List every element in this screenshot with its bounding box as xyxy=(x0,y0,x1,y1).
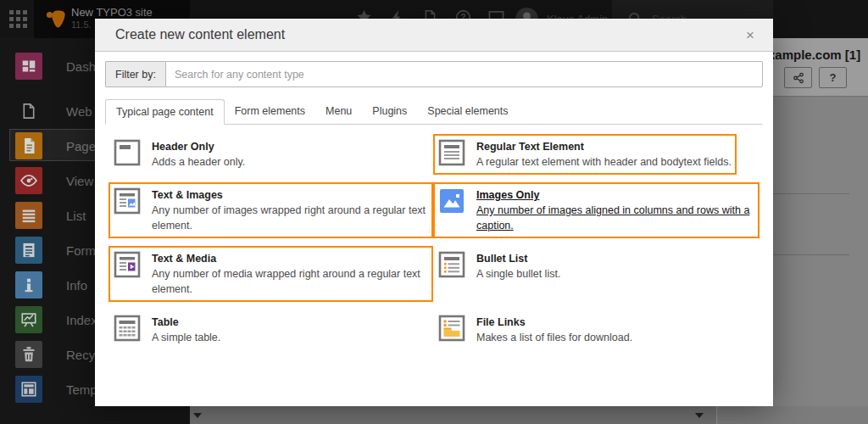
tab-menu[interactable]: Menu xyxy=(315,99,362,124)
content-item-title: Bullet List xyxy=(476,251,560,266)
chevron-down-icon xyxy=(193,413,202,418)
sidebar-item-label: View xyxy=(66,174,93,188)
modal-header: Create new content element × xyxy=(95,19,773,52)
header-only-icon xyxy=(114,139,141,166)
bullet-list-icon xyxy=(438,251,465,278)
content-divider xyxy=(773,254,849,255)
content-item-bullet-list[interactable]: Bullet List A single bullet list. xyxy=(433,246,760,287)
content-item-table[interactable]: Table A simple table. xyxy=(108,310,433,350)
text-images-icon xyxy=(114,187,141,215)
content-item-description: Any number of images wrapped right aroun… xyxy=(152,203,428,233)
content-type-search-input[interactable] xyxy=(165,61,763,87)
content-item-description: Any number of media wrapped right around… xyxy=(152,266,428,297)
sidebar-item-label: List xyxy=(66,209,86,223)
content-item-title: Header Only xyxy=(152,139,245,154)
site-name: New TYPO3 site xyxy=(71,6,153,19)
file-links-icon xyxy=(438,315,465,342)
recycler-icon xyxy=(15,341,42,368)
info-icon xyxy=(15,271,42,298)
content-item-text-images[interactable]: Text & Images Any number of images wrapp… xyxy=(108,182,433,238)
background-dropdown-right[interactable] xyxy=(717,406,868,424)
chevron-down-icon xyxy=(695,413,704,418)
content-item-title: Text & Media xyxy=(152,251,428,266)
content-item-title: File Links xyxy=(476,315,632,330)
template-icon xyxy=(15,376,42,403)
filter-label: Filter by: xyxy=(105,61,165,87)
list-module-icon xyxy=(15,202,42,229)
module-menu-toggle-icon[interactable] xyxy=(9,10,27,28)
dashboard-icon xyxy=(15,53,42,80)
indexing-icon xyxy=(15,306,42,333)
content-element-grid: Header Only Adds a header only. Regular … xyxy=(108,134,773,358)
images-only-icon xyxy=(438,187,465,215)
content-item-header-only[interactable]: Header Only Adds a header only. xyxy=(108,134,433,175)
content-item-title: Text & Images xyxy=(152,187,428,203)
filter-group: Filter by: xyxy=(105,61,763,87)
help-button[interactable]: ? xyxy=(819,67,847,88)
tab-plugins[interactable]: Plugins xyxy=(362,99,417,124)
content-item-title: Regular Text Element xyxy=(476,139,732,154)
create-content-element-modal: Create new content element × Filter by: … xyxy=(95,19,773,406)
content-divider xyxy=(773,193,849,194)
text-media-icon xyxy=(114,251,141,278)
bottom-select-bar xyxy=(190,406,868,424)
content-item-description: A single bullet list. xyxy=(476,266,560,282)
close-icon[interactable]: × xyxy=(743,26,758,44)
web-icon xyxy=(15,98,42,125)
modal-tabs: Typical page content Form elements Menu … xyxy=(105,99,763,125)
page-icon xyxy=(15,132,42,159)
content-item-description: Adds a header only. xyxy=(152,154,245,170)
sidebar-item-label: Page xyxy=(66,139,96,153)
content-item-images-only[interactable]: Images Only Any number of images aligned… xyxy=(433,182,760,238)
tab-special-elements[interactable]: Special elements xyxy=(417,99,518,124)
sidebar-item-label: Info xyxy=(66,278,87,293)
content-item-title: Table xyxy=(152,315,220,330)
table-icon xyxy=(114,315,141,342)
forms-icon xyxy=(15,237,42,264)
sidebar-item-label: Web xyxy=(66,104,92,119)
content-item-regular-text-element[interactable]: Regular Text Element A regular text elem… xyxy=(433,134,737,175)
regular-text-icon xyxy=(438,139,465,166)
content-item-text-media[interactable]: Text & Media Any number of media wrapped… xyxy=(108,246,433,302)
content-item-description: Any number of images aligned in columns … xyxy=(476,203,754,233)
view-icon xyxy=(15,167,42,194)
content-item-title: Images Only xyxy=(476,187,754,203)
content-item-description: A regular text element with header and b… xyxy=(476,154,732,170)
page-title: xample.com [1] xyxy=(768,47,860,62)
content-item-description: Makes a list of files for download. xyxy=(476,330,632,345)
share-button[interactable] xyxy=(784,67,812,88)
tab-form-elements[interactable]: Form elements xyxy=(225,99,315,124)
tab-typical-page-content[interactable]: Typical page content xyxy=(105,99,225,125)
modal-title: Create new content element xyxy=(115,27,743,42)
content-item-file-links[interactable]: File Links Makes a list of files for dow… xyxy=(433,310,760,350)
typo3-logo-icon xyxy=(45,8,67,31)
content-item-description: A simple table. xyxy=(152,330,220,345)
